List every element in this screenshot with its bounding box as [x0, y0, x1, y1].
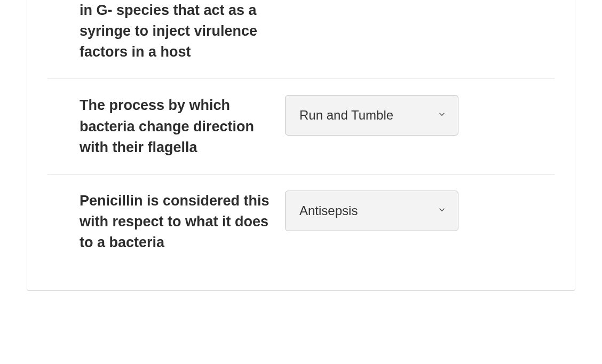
answer-select[interactable]: Antisepsis	[285, 191, 458, 231]
answer-select[interactable]: Run and Tumble	[285, 95, 458, 136]
answer-select-wrap: Run and Tumble	[285, 95, 458, 136]
answer-cell: Antisepsis	[285, 191, 555, 231]
answer-cell: Run and Tumble	[285, 95, 555, 136]
answer-select-wrap: Antisepsis	[285, 191, 458, 231]
question-row: The process by which bacteria change dir…	[47, 78, 555, 173]
question-card: in G- species that act as a syringe to i…	[27, 0, 575, 291]
question-row: Penicillin is considered this with respe…	[47, 174, 555, 269]
question-prompt: The process by which bacteria change dir…	[47, 95, 285, 157]
quiz-container: in G- species that act as a syringe to i…	[0, 0, 602, 364]
question-row: in G- species that act as a syringe to i…	[47, 0, 555, 78]
question-prompt: in G- species that act as a syringe to i…	[47, 0, 285, 62]
question-prompt: Penicillin is considered this with respe…	[47, 191, 285, 253]
